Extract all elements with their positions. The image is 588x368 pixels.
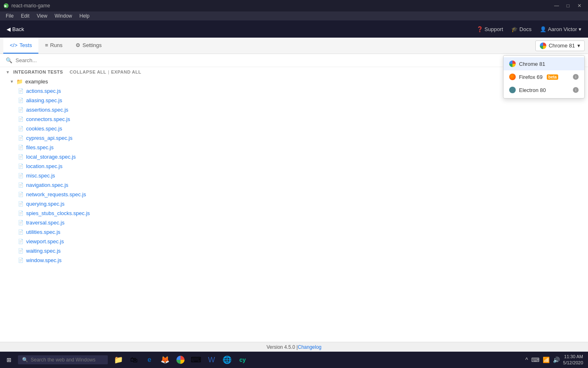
firefox-option-icon — [509, 74, 516, 80]
menu-view[interactable]: View — [33, 12, 51, 20]
support-label: Support — [485, 26, 503, 32]
file-icon: 📄 — [18, 258, 24, 263]
section-collapse-icon[interactable]: ▼ — [6, 70, 10, 74]
firefox-info-icon[interactable]: i — [573, 74, 579, 80]
file-icon: 📄 — [18, 126, 24, 131]
file-name: misc.spec.js — [26, 173, 55, 179]
docs-icon: 🎓 — [511, 26, 518, 32]
tabs-bar: </> Tests ≡ Runs ⚙ Settings Chrome 81 ▾ … — [0, 38, 588, 54]
browser-option-firefox[interactable]: Firefox 69 beta i — [503, 70, 584, 83]
maximize-button[interactable]: □ — [563, 1, 573, 10]
file-icon: 📄 — [18, 154, 24, 159]
window-controls: — □ ✕ — [551, 1, 585, 10]
file-item[interactable]: 📄local_storage.spec.js — [0, 152, 588, 162]
file-name: local_storage.spec.js — [26, 154, 76, 160]
collapse-all-btn[interactable]: COLLAPSE ALL — [69, 70, 106, 74]
file-name: utilities.spec.js — [26, 229, 60, 235]
browser-selector-button[interactable]: Chrome 81 ▾ — [535, 40, 585, 51]
file-name: connectors.spec.js — [26, 116, 70, 122]
browser-option-chrome[interactable]: Chrome 81 — [503, 57, 584, 70]
electron-option-icon — [509, 87, 516, 93]
back-button[interactable]: ◀ Back — [7, 26, 24, 32]
file-icon: 📄 — [18, 182, 24, 188]
file-icon: 📄 — [18, 173, 24, 178]
file-icon: 📄 — [18, 248, 24, 254]
minimize-button[interactable]: — — [551, 1, 562, 10]
file-item[interactable]: 📄assertions.spec.js — [0, 105, 588, 114]
browser-selected-label: Chrome 81 — [549, 43, 575, 49]
menu-help[interactable]: Help — [76, 12, 93, 20]
browser-option-electron[interactable]: Electron 80 i — [503, 83, 584, 96]
file-item[interactable]: 📄files.spec.js — [0, 143, 588, 152]
file-item[interactable]: 📄cookies.spec.js — [0, 124, 588, 133]
user-avatar-icon: 👤 — [540, 26, 546, 32]
file-item[interactable]: 📄aliasing.spec.js — [0, 96, 588, 105]
menu-edit[interactable]: Edit — [18, 12, 33, 20]
file-name: waiting.spec.js — [26, 248, 61, 254]
file-icon: 📄 — [18, 107, 24, 112]
folder-label: examples — [25, 79, 48, 85]
file-icon: 📄 — [18, 164, 24, 169]
section-header: ▼ INTEGRATION TESTS COLLAPSE ALL | EXPAN… — [0, 67, 588, 77]
folder-collapse-icon: ▼ — [10, 79, 14, 84]
electron-info-icon[interactable]: i — [573, 87, 579, 93]
firefox-option-label: Firefox 69 — [519, 74, 543, 80]
file-item[interactable]: 📄traversal.spec.js — [0, 218, 588, 227]
beta-badge: beta — [547, 74, 559, 80]
close-button[interactable]: ✕ — [574, 1, 585, 10]
tab-tests[interactable]: </> Tests — [3, 38, 38, 54]
runs-icon: ≡ — [45, 42, 48, 48]
file-name: spies_stubs_clocks.spec.js — [26, 210, 90, 216]
tab-runs-label: Runs — [50, 42, 62, 48]
tab-runs[interactable]: ≡ Runs — [38, 38, 69, 54]
settings-icon: ⚙ — [76, 42, 80, 48]
file-icon: 📄 — [18, 135, 24, 141]
file-item[interactable]: 📄navigation.spec.js — [0, 180, 588, 190]
expand-all-btn[interactable]: EXPAND ALL — [111, 70, 141, 74]
file-name: files.spec.js — [26, 144, 53, 150]
top-nav: ◀ Back ❓ Support 🎓 Docs 👤 Aaron Victor ▾ — [0, 20, 588, 38]
file-item[interactable]: 📄actions.spec.js — [0, 86, 588, 96]
menu-bar: File Edit View Window Help — [0, 11, 588, 20]
file-item[interactable]: 📄network_requests.spec.js — [0, 190, 588, 199]
file-item[interactable]: 📄window.spec.js — [0, 256, 588, 265]
tab-settings-label: Settings — [82, 42, 102, 48]
section-label: INTEGRATION TESTS — [13, 70, 63, 74]
menu-window[interactable]: Window — [51, 12, 76, 20]
browser-selector: Chrome 81 ▾ Chrome 81 Firefox 69 beta i … — [535, 38, 585, 54]
chrome-icon — [540, 43, 546, 49]
file-item[interactable]: 📄cypress_api.spec.js — [0, 133, 588, 143]
title-bar: ▶ react-mario-game — □ ✕ — [0, 0, 588, 11]
chrome-option-label: Chrome 81 — [519, 61, 545, 67]
svg-text:▶: ▶ — [4, 4, 7, 8]
browser-dropdown: Chrome 81 Firefox 69 beta i Electron 80 … — [503, 55, 585, 99]
file-item[interactable]: 📄spies_stubs_clocks.spec.js — [0, 209, 588, 218]
file-name: traversal.spec.js — [26, 220, 65, 226]
search-input[interactable] — [16, 57, 582, 63]
file-name: querying.spec.js — [26, 201, 65, 207]
file-item[interactable]: 📄misc.spec.js — [0, 171, 588, 180]
file-icon: 📄 — [18, 239, 24, 244]
file-item[interactable]: 📄connectors.spec.js — [0, 114, 588, 124]
docs-label: Docs — [519, 26, 532, 32]
chrome-option-icon — [509, 61, 516, 67]
file-icon: 📄 — [18, 98, 24, 103]
user-dropdown-icon: ▾ — [579, 26, 581, 32]
file-item[interactable]: 📄utilities.spec.js — [0, 227, 588, 237]
docs-link[interactable]: 🎓 Docs — [511, 26, 532, 32]
file-item[interactable]: 📄location.spec.js — [0, 162, 588, 171]
file-icon: 📄 — [18, 201, 24, 206]
support-link[interactable]: ❓ Support — [477, 26, 503, 32]
file-name: cypress_api.spec.js — [26, 135, 72, 141]
file-item[interactable]: 📄querying.spec.js — [0, 199, 588, 209]
file-name: network_requests.spec.js — [26, 191, 86, 197]
folder-examples[interactable]: ▼ 📁 examples — [0, 77, 588, 86]
file-name: assertions.spec.js — [26, 107, 68, 113]
tab-settings[interactable]: ⚙ Settings — [69, 38, 108, 54]
user-menu-button[interactable]: 👤 Aaron Victor ▾ — [540, 26, 581, 32]
menu-file[interactable]: File — [2, 12, 17, 20]
file-icon: 📄 — [18, 211, 24, 216]
file-item[interactable]: 📄waiting.spec.js — [0, 246, 588, 256]
search-icon: 🔍 — [6, 57, 12, 63]
file-item[interactable]: 📄viewport.spec.js — [0, 237, 588, 246]
